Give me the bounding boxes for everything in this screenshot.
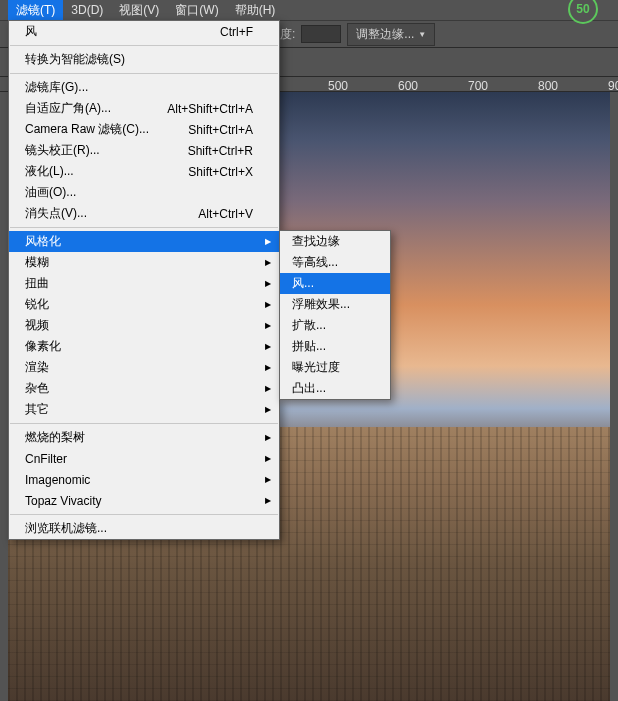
separator — [10, 227, 278, 228]
separator — [10, 73, 278, 74]
menu-item-imagenomic[interactable]: Imagenomic — [9, 469, 279, 490]
submenu-item-tiles[interactable]: 拼贴... — [280, 336, 390, 357]
stylize-submenu: 查找边缘 等高线... 风... 浮雕效果... 扩散... 拼贴... 曝光过… — [279, 230, 391, 400]
submenu-item-diffuse[interactable]: 扩散... — [280, 315, 390, 336]
submenu-item-emboss[interactable]: 浮雕效果... — [280, 294, 390, 315]
menubar: 滤镜(T) 3D(D) 视图(V) 窗口(W) 帮助(H) — [0, 0, 618, 20]
menu-item-blur[interactable]: 模糊 — [9, 252, 279, 273]
menu-item-browseonline[interactable]: 浏览联机滤镜... — [9, 518, 279, 539]
menu-item-wind[interactable]: 风Ctrl+F — [9, 21, 279, 42]
menu-item-liquify[interactable]: 液化(L)...Shift+Ctrl+X — [9, 161, 279, 182]
menu-item-vanishingpoint[interactable]: 消失点(V)...Alt+Ctrl+V — [9, 203, 279, 224]
degree-label: 度: — [280, 26, 295, 43]
menu-item-lenscorrection[interactable]: 镜头校正(R)...Shift+Ctrl+R — [9, 140, 279, 161]
ruler-tick: 700 — [468, 79, 488, 93]
submenu-item-tracecontour[interactable]: 等高线... — [280, 252, 390, 273]
menu-item-stylize[interactable]: 风格化 — [9, 231, 279, 252]
menu-view[interactable]: 视图(V) — [111, 0, 167, 21]
submenu-item-wind[interactable]: 风... — [280, 273, 390, 294]
submenu-item-findedges[interactable]: 查找边缘 — [280, 231, 390, 252]
ruler-tick: 900 — [608, 79, 618, 93]
menu-3d[interactable]: 3D(D) — [63, 1, 111, 19]
ruler-tick: 500 — [328, 79, 348, 93]
separator — [10, 514, 278, 515]
menu-item-burningpear[interactable]: 燃烧的梨树 — [9, 427, 279, 448]
menu-item-render[interactable]: 渲染 — [9, 357, 279, 378]
menu-item-filtergallery[interactable]: 滤镜库(G)... — [9, 77, 279, 98]
menu-help[interactable]: 帮助(H) — [227, 0, 284, 21]
menu-item-other[interactable]: 其它 — [9, 399, 279, 420]
menu-item-smartfilter[interactable]: 转换为智能滤镜(S) — [9, 49, 279, 70]
separator — [10, 423, 278, 424]
ruler-tick: 800 — [538, 79, 558, 93]
ruler-tick: 600 — [398, 79, 418, 93]
menu-item-topaz[interactable]: Topaz Vivacity — [9, 490, 279, 511]
submenu-item-solarize[interactable]: 曝光过度 — [280, 357, 390, 378]
menu-item-noise[interactable]: 杂色 — [9, 378, 279, 399]
menu-item-sharpen[interactable]: 锐化 — [9, 294, 279, 315]
menu-window[interactable]: 窗口(W) — [167, 0, 226, 21]
menu-item-cnfilter[interactable]: CnFilter — [9, 448, 279, 469]
separator — [10, 45, 278, 46]
menu-item-cameraraw[interactable]: Camera Raw 滤镜(C)...Shift+Ctrl+A — [9, 119, 279, 140]
degree-input[interactable] — [301, 25, 341, 43]
menu-item-pixelate[interactable]: 像素化 — [9, 336, 279, 357]
filter-menu: 风Ctrl+F 转换为智能滤镜(S) 滤镜库(G)... 自适应广角(A)...… — [8, 20, 280, 540]
menu-item-distort[interactable]: 扭曲 — [9, 273, 279, 294]
submenu-item-extrude[interactable]: 凸出... — [280, 378, 390, 399]
dropdown-icon: ▼ — [418, 30, 426, 39]
menu-item-adaptivewide[interactable]: 自适应广角(A)...Alt+Shift+Ctrl+A — [9, 98, 279, 119]
menu-item-oilpaint[interactable]: 油画(O)... — [9, 182, 279, 203]
refine-edge-button[interactable]: 调整边缘... ▼ — [347, 23, 435, 46]
refine-edge-label: 调整边缘... — [356, 26, 414, 43]
menu-filter[interactable]: 滤镜(T) — [8, 0, 63, 21]
menu-item-video[interactable]: 视频 — [9, 315, 279, 336]
